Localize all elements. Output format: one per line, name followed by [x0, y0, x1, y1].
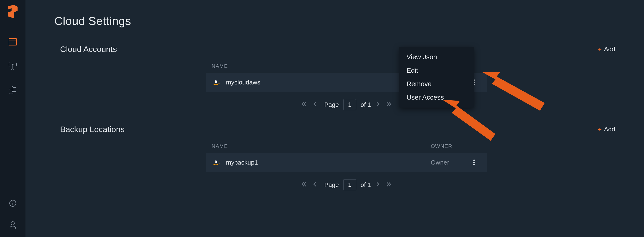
nav-user[interactable]	[8, 220, 18, 230]
pager-page-label: Page	[324, 101, 339, 109]
svg-point-13	[11, 221, 14, 225]
svg-point-21	[473, 159, 475, 161]
aws-icon: a	[212, 158, 220, 167]
pager-next-icon[interactable]	[375, 100, 381, 109]
svg-point-3	[10, 39, 10, 40]
main-content: Cloud Settings Cloud Accounts + Add NAME	[26, 0, 644, 237]
svg-marker-20	[219, 163, 220, 165]
pager-page-label: Page	[324, 181, 339, 189]
nav-broadcast[interactable]	[8, 61, 18, 71]
svg-point-5	[12, 64, 14, 65]
page-title: Cloud Settings	[54, 15, 615, 28]
cloud-accounts-section: Cloud Accounts + Add NAME a	[54, 45, 615, 110]
pager-prev-icon[interactable]	[312, 100, 318, 109]
pager-first-icon[interactable]	[300, 100, 308, 109]
row-context-menu: View Json Edit Remove User Access	[399, 47, 474, 108]
row-owner: Owner	[431, 159, 467, 166]
add-label: Add	[604, 126, 615, 133]
brand-logo[interactable]	[7, 5, 19, 20]
add-label: Add	[604, 46, 615, 53]
add-cloud-account-button[interactable]: + Add	[598, 46, 615, 53]
sidebar	[0, 0, 26, 237]
nav-applications[interactable]	[8, 85, 18, 95]
svg-line-8	[13, 69, 14, 70]
menu-user-access[interactable]: User Access	[399, 91, 474, 104]
svg-marker-15	[219, 83, 220, 84]
pager-last-icon[interactable]	[385, 180, 392, 190]
svg-text:a: a	[215, 159, 217, 164]
backup-locations-title: Backup Locations	[54, 125, 124, 134]
svg-text:a: a	[215, 79, 217, 84]
table-row[interactable]: a mybackup1 Owner	[206, 153, 487, 172]
aws-icon: a	[212, 78, 220, 87]
plus-icon: +	[598, 126, 602, 133]
col-header-name: NAME	[212, 143, 431, 149]
pager-of-label: of 1	[360, 101, 371, 109]
pager-page-input[interactable]	[343, 179, 356, 190]
pager-last-icon[interactable]	[385, 100, 392, 109]
svg-line-7	[11, 69, 13, 70]
row-actions-kebab[interactable]	[467, 159, 481, 165]
plus-icon: +	[598, 46, 602, 53]
svg-marker-0	[8, 5, 18, 18]
pager-page-input[interactable]	[343, 99, 356, 110]
nav-dashboard[interactable]	[8, 37, 18, 47]
cloud-accounts-title: Cloud Accounts	[54, 45, 117, 54]
menu-remove[interactable]: Remove	[399, 77, 474, 91]
menu-edit[interactable]: Edit	[399, 64, 474, 77]
col-header-owner: OWNER	[431, 143, 467, 149]
svg-point-23	[473, 164, 475, 165]
pager-of-label: of 1	[360, 181, 371, 189]
row-name: mybackup1	[226, 159, 431, 166]
nav-info[interactable]	[8, 198, 18, 208]
svg-point-22	[473, 162, 475, 163]
pager-prev-icon[interactable]	[312, 180, 318, 190]
backup-locations-table: NAME OWNER a mybackup1 Owner	[206, 140, 487, 190]
menu-view-json[interactable]: View Json	[399, 50, 474, 64]
pager-first-icon[interactable]	[300, 180, 308, 190]
svg-point-4	[11, 39, 11, 40]
add-backup-location-button[interactable]: + Add	[598, 126, 615, 133]
backup-locations-section: Backup Locations + Add NAME OWNER a	[54, 125, 615, 190]
backup-locations-pager: Page of 1	[206, 179, 487, 190]
svg-point-11	[12, 202, 13, 202]
pager-next-icon[interactable]	[375, 180, 381, 190]
